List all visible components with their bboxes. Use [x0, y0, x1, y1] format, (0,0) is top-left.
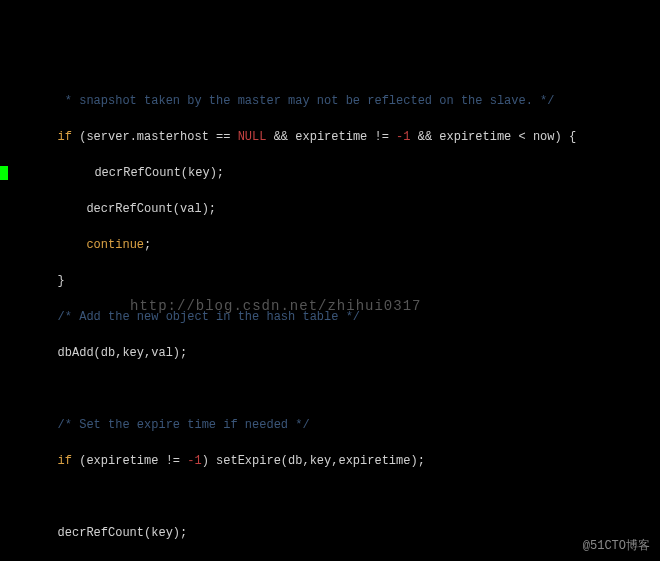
code-line: decrRefCount(val);	[0, 200, 660, 218]
code-line: * snapshot taken by the master may not b…	[0, 92, 660, 110]
code-line: if (expiretime != -1) setExpire(db,key,e…	[0, 452, 660, 470]
code-line	[0, 380, 660, 398]
code-line: /* Add the new object in the hash table …	[0, 308, 660, 326]
code-line: }	[0, 272, 660, 290]
code-editor[interactable]: * snapshot taken by the master may not b…	[0, 74, 660, 561]
code-line: decrRefCount(key);	[0, 164, 660, 182]
code-line	[0, 488, 660, 506]
code-line: decrRefCount(key);	[0, 524, 660, 542]
code-line: /* Set the expire time if needed */	[0, 416, 660, 434]
cursor	[0, 166, 8, 180]
code-line: continue;	[0, 236, 660, 254]
code-line: if (server.masterhost == NULL && expiret…	[0, 128, 660, 146]
code-line: dbAdd(db,key,val);	[0, 344, 660, 362]
